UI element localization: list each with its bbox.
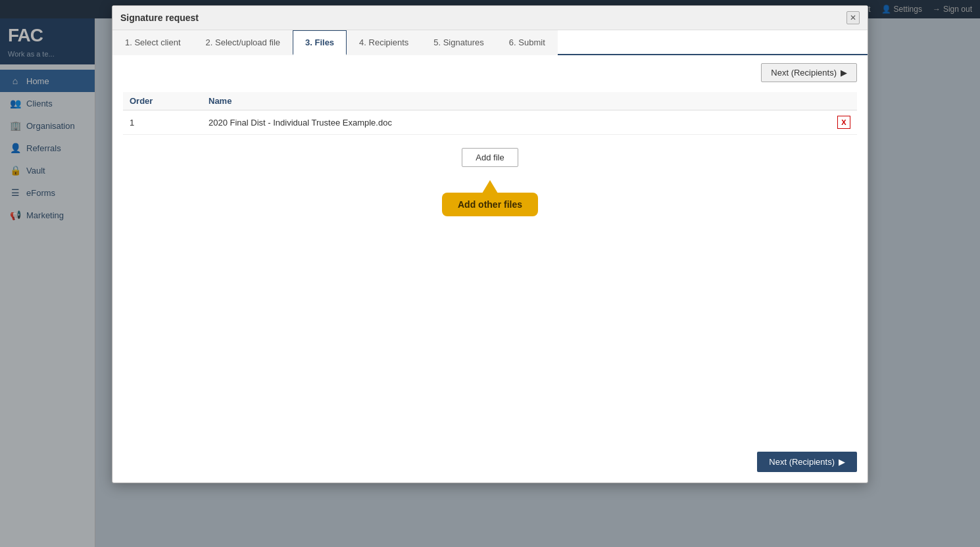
modal-close-button[interactable]: ✕	[846, 11, 860, 24]
modal-body: Next (Recipients) ▶ Order Name 1 2020 Fi…	[112, 55, 868, 483]
next-arrow-bottom-icon: ▶	[839, 457, 845, 467]
files-table: Order Name 1 2020 Final Dist - Individua…	[123, 92, 857, 135]
next-recipients-button-top[interactable]: Next (Recipients) ▶	[761, 63, 857, 82]
col-name: Name	[202, 92, 831, 110]
table-row: 1 2020 Final Dist - Individual Trustee E…	[123, 110, 857, 135]
file-name: 2020 Final Dist - Individual Trustee Exa…	[202, 110, 831, 135]
modal-tabs: 1. Select client 2. Select/upload file 3…	[112, 30, 868, 55]
tab-signatures[interactable]: 5. Signatures	[421, 30, 497, 55]
tooltip-arrow	[482, 180, 498, 193]
signature-request-modal: Signature request ✕ 1. Select client 2. …	[112, 5, 868, 483]
add-file-container: Add file	[123, 148, 857, 167]
tab-select-client[interactable]: 1. Select client	[112, 30, 193, 55]
remove-file-button[interactable]: X	[837, 116, 850, 129]
tab-select-upload-file[interactable]: 2. Select/upload file	[193, 30, 293, 55]
tab-recipients[interactable]: 4. Recipients	[347, 30, 421, 55]
tab-files[interactable]: 3. Files	[293, 30, 347, 55]
add-file-button[interactable]: Add file	[462, 148, 518, 167]
tab-submit[interactable]: 6. Submit	[497, 30, 558, 55]
modal-footer: Next (Recipients) ▶	[757, 452, 857, 472]
tooltip-box: Add other files	[442, 193, 538, 216]
tooltip-wrapper: Add other files	[123, 180, 857, 216]
modal-title: Signature request	[120, 12, 199, 23]
next-arrow-icon: ▶	[841, 68, 847, 78]
file-order: 1	[123, 110, 202, 135]
col-order: Order	[123, 92, 202, 110]
next-recipients-button-bottom[interactable]: Next (Recipients) ▶	[757, 452, 857, 472]
modal-header: Signature request ✕	[112, 6, 868, 30]
